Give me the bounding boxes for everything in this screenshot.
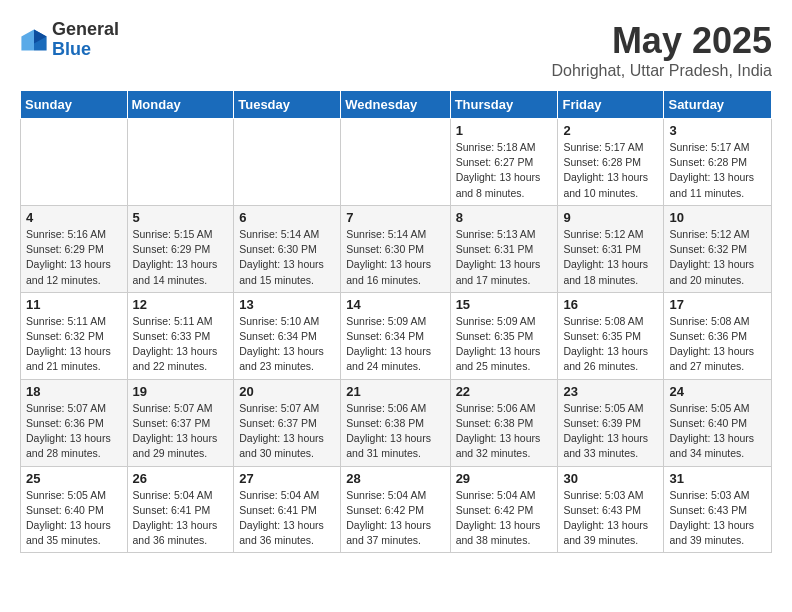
day-info: Sunrise: 5:17 AM Sunset: 6:28 PM Dayligh… [669,140,766,201]
calendar-body: 1Sunrise: 5:18 AM Sunset: 6:27 PM Daylig… [21,119,772,553]
day-number: 14 [346,297,444,312]
calendar-cell: 11Sunrise: 5:11 AM Sunset: 6:32 PM Dayli… [21,292,128,379]
day-number: 17 [669,297,766,312]
day-info: Sunrise: 5:14 AM Sunset: 6:30 PM Dayligh… [239,227,335,288]
day-number: 19 [133,384,229,399]
day-number: 25 [26,471,122,486]
day-info: Sunrise: 5:17 AM Sunset: 6:28 PM Dayligh… [563,140,658,201]
calendar-cell: 9Sunrise: 5:12 AM Sunset: 6:31 PM Daylig… [558,205,664,292]
day-number: 27 [239,471,335,486]
day-number: 26 [133,471,229,486]
calendar-cell: 2Sunrise: 5:17 AM Sunset: 6:28 PM Daylig… [558,119,664,206]
column-header-wednesday: Wednesday [341,91,450,119]
month-title: May 2025 [551,20,772,62]
calendar-cell: 21Sunrise: 5:06 AM Sunset: 6:38 PM Dayli… [341,379,450,466]
day-number: 11 [26,297,122,312]
day-number: 30 [563,471,658,486]
day-info: Sunrise: 5:12 AM Sunset: 6:32 PM Dayligh… [669,227,766,288]
day-number: 4 [26,210,122,225]
day-info: Sunrise: 5:18 AM Sunset: 6:27 PM Dayligh… [456,140,553,201]
column-header-monday: Monday [127,91,234,119]
day-info: Sunrise: 5:11 AM Sunset: 6:32 PM Dayligh… [26,314,122,375]
day-number: 8 [456,210,553,225]
column-header-tuesday: Tuesday [234,91,341,119]
calendar-cell: 23Sunrise: 5:05 AM Sunset: 6:39 PM Dayli… [558,379,664,466]
day-info: Sunrise: 5:07 AM Sunset: 6:37 PM Dayligh… [239,401,335,462]
day-number: 12 [133,297,229,312]
day-info: Sunrise: 5:15 AM Sunset: 6:29 PM Dayligh… [133,227,229,288]
logo-blue: Blue [52,40,119,60]
day-info: Sunrise: 5:05 AM Sunset: 6:40 PM Dayligh… [669,401,766,462]
calendar-cell: 27Sunrise: 5:04 AM Sunset: 6:41 PM Dayli… [234,466,341,553]
day-info: Sunrise: 5:09 AM Sunset: 6:35 PM Dayligh… [456,314,553,375]
calendar-cell: 17Sunrise: 5:08 AM Sunset: 6:36 PM Dayli… [664,292,772,379]
calendar-cell: 18Sunrise: 5:07 AM Sunset: 6:36 PM Dayli… [21,379,128,466]
day-info: Sunrise: 5:05 AM Sunset: 6:39 PM Dayligh… [563,401,658,462]
svg-marker-1 [21,29,34,50]
calendar-cell: 29Sunrise: 5:04 AM Sunset: 6:42 PM Dayli… [450,466,558,553]
day-number: 1 [456,123,553,138]
logo-text: General Blue [52,20,119,60]
day-info: Sunrise: 5:03 AM Sunset: 6:43 PM Dayligh… [669,488,766,549]
logo: General Blue [20,20,119,60]
day-info: Sunrise: 5:14 AM Sunset: 6:30 PM Dayligh… [346,227,444,288]
day-number: 2 [563,123,658,138]
column-header-sunday: Sunday [21,91,128,119]
calendar-cell: 8Sunrise: 5:13 AM Sunset: 6:31 PM Daylig… [450,205,558,292]
column-header-friday: Friday [558,91,664,119]
calendar-cell: 22Sunrise: 5:06 AM Sunset: 6:38 PM Dayli… [450,379,558,466]
calendar-table: SundayMondayTuesdayWednesdayThursdayFrid… [20,90,772,553]
day-info: Sunrise: 5:08 AM Sunset: 6:36 PM Dayligh… [669,314,766,375]
calendar-cell: 16Sunrise: 5:08 AM Sunset: 6:35 PM Dayli… [558,292,664,379]
day-info: Sunrise: 5:05 AM Sunset: 6:40 PM Dayligh… [26,488,122,549]
day-number: 13 [239,297,335,312]
day-info: Sunrise: 5:04 AM Sunset: 6:42 PM Dayligh… [346,488,444,549]
calendar-cell: 12Sunrise: 5:11 AM Sunset: 6:33 PM Dayli… [127,292,234,379]
week-row-3: 11Sunrise: 5:11 AM Sunset: 6:32 PM Dayli… [21,292,772,379]
calendar-cell: 26Sunrise: 5:04 AM Sunset: 6:41 PM Dayli… [127,466,234,553]
calendar-cell [127,119,234,206]
calendar-cell: 7Sunrise: 5:14 AM Sunset: 6:30 PM Daylig… [341,205,450,292]
location-title: Dohrighat, Uttar Pradesh, India [551,62,772,80]
day-number: 5 [133,210,229,225]
day-number: 18 [26,384,122,399]
day-number: 20 [239,384,335,399]
logo-general: General [52,20,119,40]
day-number: 7 [346,210,444,225]
day-number: 31 [669,471,766,486]
calendar-cell: 15Sunrise: 5:09 AM Sunset: 6:35 PM Dayli… [450,292,558,379]
calendar-cell [234,119,341,206]
calendar-cell: 10Sunrise: 5:12 AM Sunset: 6:32 PM Dayli… [664,205,772,292]
day-number: 24 [669,384,766,399]
logo-icon [20,26,48,54]
day-info: Sunrise: 5:10 AM Sunset: 6:34 PM Dayligh… [239,314,335,375]
calendar-cell [341,119,450,206]
day-info: Sunrise: 5:09 AM Sunset: 6:34 PM Dayligh… [346,314,444,375]
calendar-cell: 6Sunrise: 5:14 AM Sunset: 6:30 PM Daylig… [234,205,341,292]
week-row-2: 4Sunrise: 5:16 AM Sunset: 6:29 PM Daylig… [21,205,772,292]
day-info: Sunrise: 5:11 AM Sunset: 6:33 PM Dayligh… [133,314,229,375]
calendar-cell: 14Sunrise: 5:09 AM Sunset: 6:34 PM Dayli… [341,292,450,379]
calendar-cell: 5Sunrise: 5:15 AM Sunset: 6:29 PM Daylig… [127,205,234,292]
column-header-saturday: Saturday [664,91,772,119]
day-info: Sunrise: 5:06 AM Sunset: 6:38 PM Dayligh… [456,401,553,462]
day-number: 3 [669,123,766,138]
calendar-cell: 20Sunrise: 5:07 AM Sunset: 6:37 PM Dayli… [234,379,341,466]
day-number: 29 [456,471,553,486]
day-info: Sunrise: 5:07 AM Sunset: 6:37 PM Dayligh… [133,401,229,462]
calendar-cell: 19Sunrise: 5:07 AM Sunset: 6:37 PM Dayli… [127,379,234,466]
day-number: 21 [346,384,444,399]
week-row-4: 18Sunrise: 5:07 AM Sunset: 6:36 PM Dayli… [21,379,772,466]
day-number: 10 [669,210,766,225]
calendar-cell: 31Sunrise: 5:03 AM Sunset: 6:43 PM Dayli… [664,466,772,553]
day-info: Sunrise: 5:04 AM Sunset: 6:42 PM Dayligh… [456,488,553,549]
day-number: 22 [456,384,553,399]
title-block: May 2025 Dohrighat, Uttar Pradesh, India [551,20,772,80]
week-row-5: 25Sunrise: 5:05 AM Sunset: 6:40 PM Dayli… [21,466,772,553]
day-number: 9 [563,210,658,225]
day-info: Sunrise: 5:13 AM Sunset: 6:31 PM Dayligh… [456,227,553,288]
day-info: Sunrise: 5:03 AM Sunset: 6:43 PM Dayligh… [563,488,658,549]
column-header-thursday: Thursday [450,91,558,119]
day-info: Sunrise: 5:08 AM Sunset: 6:35 PM Dayligh… [563,314,658,375]
calendar-cell: 4Sunrise: 5:16 AM Sunset: 6:29 PM Daylig… [21,205,128,292]
